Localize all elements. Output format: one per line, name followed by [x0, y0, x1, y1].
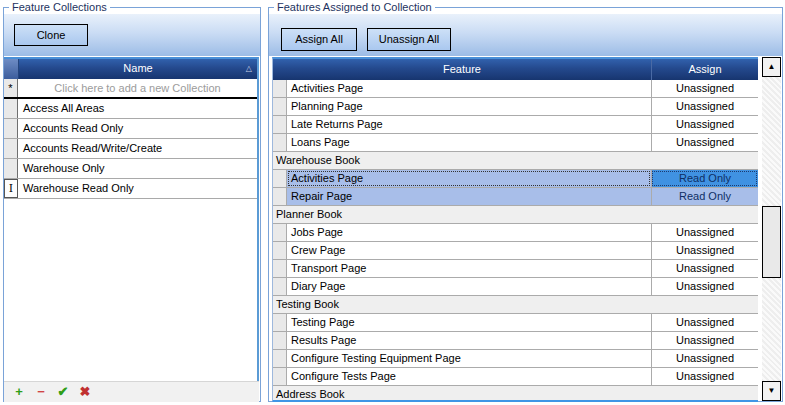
- add-collection-icon[interactable]: +: [8, 383, 30, 401]
- collection-row[interactable]: IWarehouse Read Only: [4, 179, 257, 199]
- features-assigned-title: Features Assigned to Collection: [274, 0, 435, 14]
- feature-collections-window: Feature Collections Clone Name △ * Click…: [0, 0, 785, 405]
- row-indent-cell: [273, 224, 287, 241]
- collection-row[interactable]: Warehouse Only: [4, 159, 257, 179]
- row-marker-cell: [4, 119, 18, 138]
- feature-column-header[interactable]: Feature: [273, 59, 651, 80]
- new-collection-row[interactable]: * Click here to add a new Collection: [4, 79, 257, 99]
- feature-group-row[interactable]: Testing Book: [273, 296, 758, 314]
- assign-all-button[interactable]: Assign All: [281, 28, 357, 51]
- assign-status-cell[interactable]: Unassigned: [651, 350, 758, 367]
- feature-name-cell[interactable]: Results Page: [287, 332, 651, 349]
- assign-status-cell[interactable]: Unassigned: [651, 368, 758, 385]
- assign-column-header[interactable]: Assign: [651, 59, 758, 80]
- cancel-changes-icon[interactable]: ✖: [74, 383, 96, 401]
- row-indent-cell: [273, 170, 287, 187]
- collection-row[interactable]: Access All Areas: [4, 99, 257, 119]
- feature-group-row[interactable]: Address Book: [273, 386, 758, 402]
- feature-collections-title: Feature Collections: [9, 0, 110, 14]
- new-row-marker: *: [4, 79, 18, 97]
- row-indent-cell: [273, 188, 287, 205]
- feature-row[interactable]: Configure Testing Equipment PageUnassign…: [273, 350, 758, 368]
- feature-row[interactable]: Crew PageUnassigned: [273, 242, 758, 260]
- feature-row[interactable]: Activities PageUnassigned: [273, 80, 758, 98]
- feature-name-cell[interactable]: Crew Page: [287, 242, 651, 259]
- features-rows: Activities PageUnassignedPlanning PageUn…: [273, 80, 758, 402]
- features-grid-header: Feature Assign: [273, 59, 758, 80]
- feature-name-cell[interactable]: Repair Page: [287, 188, 651, 205]
- feature-group-row[interactable]: Planner Book: [273, 206, 758, 224]
- feature-row[interactable]: Transport PageUnassigned: [273, 260, 758, 278]
- assign-status-cell[interactable]: Unassigned: [651, 242, 758, 259]
- feature-name-cell[interactable]: Transport Page: [287, 260, 651, 277]
- feature-name-cell[interactable]: Testing Page: [287, 314, 651, 331]
- assign-status-cell[interactable]: Unassigned: [651, 134, 758, 151]
- feature-name-cell[interactable]: Configure Tests Page: [287, 368, 651, 385]
- delete-collection-icon[interactable]: −: [30, 383, 52, 401]
- feature-row[interactable]: Configure Tests PageUnassigned: [273, 368, 758, 386]
- row-indent-cell: [273, 314, 287, 331]
- feature-row[interactable]: Loans PageUnassigned: [273, 134, 758, 152]
- feature-group-row[interactable]: Warehouse Book: [273, 152, 758, 170]
- collection-row[interactable]: Accounts Read Only: [4, 119, 257, 139]
- feature-row[interactable]: Results PageUnassigned: [273, 332, 758, 350]
- left-toolbar: Clone: [4, 14, 260, 56]
- assign-status-cell[interactable]: Read Only: [651, 188, 758, 205]
- collection-name-cell[interactable]: Warehouse Read Only: [18, 179, 257, 198]
- assign-status-cell[interactable]: Unassigned: [651, 116, 758, 133]
- feature-name-cell[interactable]: Activities Page: [287, 170, 651, 187]
- assign-status-cell[interactable]: Unassigned: [651, 332, 758, 349]
- row-indent-cell: [273, 368, 287, 385]
- row-indent-cell: [273, 134, 287, 151]
- collection-name-cell[interactable]: Accounts Read/Write/Create: [18, 139, 257, 158]
- row-indent-cell: [273, 116, 287, 133]
- accept-changes-icon[interactable]: ✔: [52, 383, 74, 401]
- feature-row[interactable]: Late Returns PageUnassigned: [273, 116, 758, 134]
- feature-name-cell[interactable]: Loans Page: [287, 134, 651, 151]
- feature-name-cell[interactable]: Diary Page: [287, 278, 651, 295]
- collection-name-cell[interactable]: Accounts Read Only: [18, 119, 257, 138]
- clone-button[interactable]: Clone: [14, 24, 88, 46]
- feature-row[interactable]: Activities PageRead Only: [273, 170, 758, 188]
- assign-status-cell[interactable]: Unassigned: [651, 314, 758, 331]
- collections-grid-header: Name △: [4, 59, 257, 79]
- vertical-scrollbar[interactable]: ▲ ▼: [762, 57, 781, 401]
- feature-name-cell[interactable]: Activities Page: [287, 80, 651, 97]
- feature-row[interactable]: Diary PageUnassigned: [273, 278, 758, 296]
- scroll-up-button[interactable]: ▲: [762, 57, 781, 77]
- feature-collections-groupbox: Feature Collections Clone Name △ * Click…: [3, 7, 261, 402]
- feature-row[interactable]: Planning PageUnassigned: [273, 98, 758, 116]
- feature-name-cell[interactable]: Jobs Page: [287, 224, 651, 241]
- assign-status-cell[interactable]: Read Only: [651, 170, 758, 187]
- row-indent-cell: [273, 278, 287, 295]
- feature-row[interactable]: Testing PageUnassigned: [273, 314, 758, 332]
- row-indent-cell: [273, 80, 287, 97]
- row-marker-cell: [4, 159, 18, 178]
- collection-row[interactable]: Accounts Read/Write/Create: [4, 139, 257, 159]
- assign-status-cell[interactable]: Unassigned: [651, 260, 758, 277]
- feature-row[interactable]: Repair PageRead Only: [273, 188, 758, 206]
- feature-name-cell[interactable]: Planning Page: [287, 98, 651, 115]
- feature-row[interactable]: Jobs PageUnassigned: [273, 224, 758, 242]
- feature-name-cell[interactable]: Late Returns Page: [287, 116, 651, 133]
- collection-name-cell[interactable]: Warehouse Only: [18, 159, 257, 178]
- collection-name-cell[interactable]: Access All Areas: [18, 99, 257, 118]
- assign-status-cell[interactable]: Unassigned: [651, 278, 758, 295]
- name-column-header[interactable]: Name △: [19, 59, 257, 79]
- scrollbar-thumb[interactable]: [762, 206, 781, 278]
- feature-name-cell[interactable]: Configure Testing Equipment Page: [287, 350, 651, 367]
- collections-grid: Name △ * Click here to add a new Collect…: [4, 57, 259, 381]
- collections-rows: Access All AreasAccounts Read OnlyAccoun…: [4, 99, 257, 199]
- row-indent-cell: [273, 332, 287, 349]
- features-grid: Feature Assign Activities PageUnassigned…: [272, 57, 758, 402]
- new-collection-placeholder[interactable]: Click here to add a new Collection: [18, 79, 257, 97]
- right-toolbar: Assign All Unassign All: [269, 14, 782, 56]
- features-assigned-groupbox: Features Assigned to Collection Assign A…: [268, 7, 783, 402]
- assign-status-cell[interactable]: Unassigned: [651, 98, 758, 115]
- row-indent-cell: [273, 242, 287, 259]
- assign-status-cell[interactable]: Unassigned: [651, 80, 758, 97]
- scroll-down-button[interactable]: ▼: [762, 381, 781, 401]
- edit-cursor-marker: I: [4, 179, 18, 198]
- assign-status-cell[interactable]: Unassigned: [651, 224, 758, 241]
- unassign-all-button[interactable]: Unassign All: [367, 28, 451, 51]
